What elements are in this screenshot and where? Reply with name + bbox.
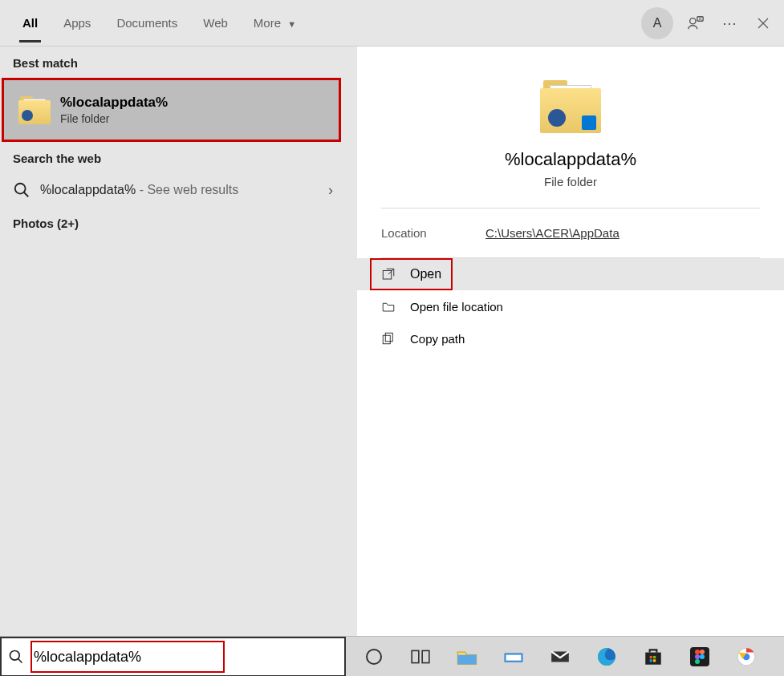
svg-rect-3 <box>383 271 392 280</box>
svg-rect-8 <box>412 650 419 662</box>
file-explorer-icon[interactable] <box>455 645 479 669</box>
svg-rect-10 <box>457 654 476 664</box>
svg-point-7 <box>367 650 381 664</box>
svg-rect-17 <box>653 655 656 658</box>
location-value[interactable]: C:\Users\ACER\AppData <box>485 226 619 240</box>
search-icon <box>8 649 24 665</box>
task-view-icon[interactable] <box>408 645 433 669</box>
keyboard-icon[interactable] <box>502 645 526 669</box>
svg-rect-9 <box>422 650 429 662</box>
section-best-match: Best match <box>0 47 346 78</box>
svg-point-22 <box>700 650 705 654</box>
tab-web[interactable]: Web <box>190 3 241 43</box>
content-area: Best match %localappdata% File folder Se… <box>0 47 784 636</box>
figma-icon[interactable] <box>688 645 712 669</box>
svg-rect-12 <box>506 654 522 660</box>
section-photos[interactable]: Photos (2+) <box>0 207 346 238</box>
web-result-item[interactable]: %localappdata% - See web results › <box>0 173 346 207</box>
svg-point-25 <box>695 659 700 664</box>
action-open-file-location-label: Open file location <box>410 300 503 314</box>
tab-documents[interactable]: Documents <box>104 3 190 43</box>
location-row: Location C:\Users\ACER\AppData <box>357 208 784 257</box>
search-icon <box>13 181 30 199</box>
svg-rect-16 <box>650 655 652 658</box>
web-result-text: %localappdata% - See web results <box>40 183 238 197</box>
best-match-subtitle: File folder <box>60 112 168 125</box>
action-copy-path-label: Copy path <box>410 332 465 346</box>
tab-all[interactable]: All <box>10 3 51 43</box>
svg-point-2 <box>15 184 26 194</box>
svg-point-0 <box>690 18 696 23</box>
svg-rect-5 <box>383 335 390 344</box>
tab-more-label: More <box>254 16 281 30</box>
search-input[interactable] <box>34 649 220 666</box>
taskbar-icons <box>346 637 784 676</box>
taskbar <box>0 636 784 676</box>
search-highlight <box>30 641 225 673</box>
best-match-title: %localappdata% <box>60 95 168 111</box>
location-label: Location <box>381 226 485 240</box>
header: All Apps Documents Web More ▼ A ⋯ <box>0 0 784 46</box>
svg-rect-18 <box>650 659 652 662</box>
preview-subtitle: File folder <box>544 175 597 188</box>
action-open[interactable]: Open <box>357 258 784 290</box>
section-search-web: Search the web <box>0 142 346 173</box>
preview-header: %localappdata% File folder <box>357 47 784 208</box>
folder-icon <box>540 79 601 133</box>
best-match-text: %localappdata% File folder <box>60 95 168 125</box>
chrome-icon[interactable] <box>734 645 758 669</box>
chevron-down-icon: ▼ <box>287 19 296 29</box>
edge-icon[interactable] <box>595 645 619 669</box>
copy-icon <box>381 331 396 346</box>
avatar[interactable]: A <box>641 7 673 39</box>
web-result-suffix: - See web results <box>136 183 238 196</box>
svg-point-24 <box>700 654 705 659</box>
svg-point-23 <box>695 654 700 659</box>
header-actions: A ⋯ <box>641 7 774 39</box>
mail-icon[interactable] <box>548 645 572 669</box>
svg-rect-4 <box>385 333 392 342</box>
action-open-label: Open <box>410 267 441 281</box>
preview-title: %localappdata% <box>505 149 636 170</box>
close-icon[interactable] <box>752 12 774 34</box>
store-icon[interactable] <box>641 645 665 669</box>
folder-icon <box>18 95 51 124</box>
results-pane: Best match %localappdata% File folder Se… <box>0 47 346 636</box>
more-options-icon[interactable]: ⋯ <box>718 12 741 34</box>
chevron-right-icon[interactable]: › <box>328 182 333 199</box>
svg-point-6 <box>10 651 20 661</box>
svg-rect-19 <box>653 659 656 662</box>
cortana-icon[interactable] <box>362 645 386 669</box>
search-tabs: All Apps Documents Web More ▼ <box>10 3 641 43</box>
actions-list: Open Open file location Copy path <box>357 258 784 354</box>
search-box[interactable] <box>0 637 346 676</box>
web-result-query: %localappdata% <box>40 183 136 196</box>
action-copy-path[interactable]: Copy path <box>357 322 784 354</box>
svg-point-21 <box>695 650 700 654</box>
feedback-icon[interactable] <box>684 12 707 34</box>
tab-more[interactable]: More ▼ <box>241 3 309 43</box>
folder-location-icon <box>381 299 396 314</box>
action-open-file-location[interactable]: Open file location <box>357 290 784 322</box>
best-match-result[interactable]: %localappdata% File folder <box>2 78 341 142</box>
open-icon <box>381 267 396 281</box>
tab-apps[interactable]: Apps <box>51 3 104 43</box>
preview-pane: %localappdata% File folder Location C:\U… <box>357 47 784 636</box>
